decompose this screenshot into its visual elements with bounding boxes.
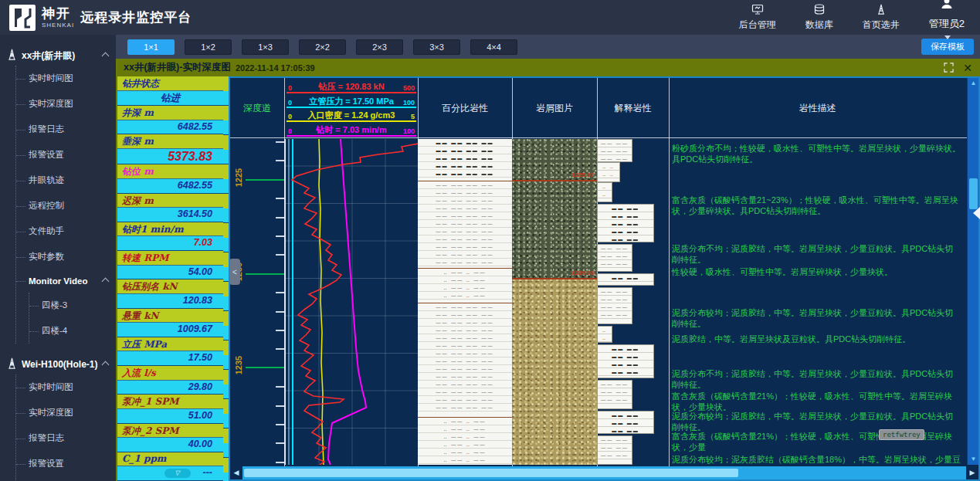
derrick-icon xyxy=(6,49,18,63)
legend-row-3: 0入口密度 = 1.24 g/cm35 xyxy=(287,108,416,122)
interp-pattern-row: ‥ xyxy=(598,334,612,342)
interp-pattern-row: ‥ ‥ xyxy=(598,163,619,171)
topnav-item-label: 后台管理 xyxy=(739,19,776,32)
sidebar-item-四楼-3[interactable]: 四楼-3 xyxy=(29,293,116,318)
depth-tick xyxy=(276,405,284,407)
lithology-band-4: ―― ―― ―― ―――― ―― ―― ―――― ―― ―― ―――― ―― ―… xyxy=(418,303,512,417)
database-icon xyxy=(813,4,826,17)
topnav-item-3[interactable]: 首页选井 xyxy=(863,4,900,32)
sidebar-item-实时时间图[interactable]: 实时时间图 xyxy=(16,374,116,400)
user-menu[interactable]: 管理员2 xyxy=(929,0,965,39)
layout-tab-3x3[interactable]: 3×3 xyxy=(413,39,460,55)
parameter-label: C_1 ppm xyxy=(117,452,223,467)
interp-lithology-segment: ▬▬ ▬▬▬▬ ▬▬▬▬ ▬▬▬▬ ▬▬ xyxy=(597,344,654,378)
well-items: 实时时间图实时深度图报警日志报警设置井眼轨迹远程控制文件助手实时参数Monito… xyxy=(15,66,116,344)
topnav-item-2[interactable]: 数据库 xyxy=(805,4,833,32)
parameter-list: 钻井状态钻进井深 m6482.55垂深 m5373.83钻位 m6482.55迟… xyxy=(117,76,223,481)
sidebar-item-四楼-4[interactable]: 四楼-4 xyxy=(29,318,116,344)
parameter-strip xyxy=(223,76,229,481)
depth-tick xyxy=(276,292,284,293)
parameter-label: 泵冲_2 SPM xyxy=(117,424,223,439)
vertical-scrollbar[interactable]: ▲ ▼ xyxy=(967,78,978,465)
save-template-button[interactable]: 保存模板 xyxy=(921,39,974,55)
lithology-pattern-row: ―― ―― ―― ―― xyxy=(418,388,512,396)
sidebar-item-井眼轨迹[interactable]: 井眼轨迹 xyxy=(16,476,116,481)
lithology-pattern-row: ‥ ―― ‥ ―― xyxy=(418,433,512,441)
interp-lithology-segment: ―― ―――― ―――― ―― xyxy=(597,380,632,409)
sidebar-item-实时参数[interactable]: 实时参数 xyxy=(16,244,116,269)
sidebar-item-实时时间图[interactable]: 实时时间图 xyxy=(16,66,116,91)
interp-pattern-row: ▬▬ ▬▬ xyxy=(598,205,653,212)
interp-pattern-row: ▬▬ ▬▬ xyxy=(598,368,653,376)
topnav-item-1[interactable]: 后台管理 xyxy=(739,4,776,32)
sidebar-item-文件助手[interactable]: 文件助手 xyxy=(16,218,116,244)
layout-tab-1x3[interactable]: 1×3 xyxy=(242,39,289,55)
layout-tab-1x2[interactable]: 1×2 xyxy=(185,39,232,55)
legend-max: 100 xyxy=(403,99,415,107)
lithology-pattern-row: ▬▬ ▬▬ ▬▬ ▬▬ xyxy=(418,139,512,147)
shenkai-logo-icon xyxy=(9,5,36,31)
horizontal-scroll-thumb[interactable] xyxy=(244,469,738,477)
parameter-label: 入流 l/s xyxy=(117,366,223,381)
lithology-pattern-row: ―― ―― ―― ―― xyxy=(418,396,512,404)
interp-lithology-segment: ▬▬ ▬▬ xyxy=(597,273,654,286)
lithology-pattern-row: ‥ ―― ‥ ―― xyxy=(418,449,512,456)
sidebar-item-实时深度图[interactable]: 实时深度图 xyxy=(16,91,116,117)
parameter-dropdown-button[interactable]: ▽ xyxy=(164,469,191,478)
sidebar-item-报警设置[interactable]: 报警设置 xyxy=(16,451,116,476)
interp-pattern-row: ‥ ‥ xyxy=(598,171,619,178)
well-header-1[interactable]: xx井(新井眼) xyxy=(0,46,116,66)
depth-tick xyxy=(276,424,284,425)
app-window: 神开 SHENKAI 远程录井监控平台 后台管理数据库首页选井管理员2 xx井(… xyxy=(0,0,980,481)
fullscreen-icon[interactable] xyxy=(944,63,954,73)
interp-pattern-row: ▬▬ ▬▬ xyxy=(598,274,653,282)
curve-track xyxy=(284,139,418,465)
lithology-pattern-row: ―― ―― ―― ―― xyxy=(418,220,512,228)
scroll-right-icon[interactable]: ▶ xyxy=(966,466,978,479)
sidebar-collapse-handle-icon[interactable] xyxy=(973,207,980,219)
layout-tab-2x2[interactable]: 2×2 xyxy=(299,39,346,55)
layout-tab-4x4[interactable]: 4×4 xyxy=(470,39,517,55)
sidebar-item-实时深度图[interactable]: 实时深度图 xyxy=(16,400,116,425)
sidebar-item-远程控制[interactable]: 远程控制 xyxy=(16,193,116,218)
lithology-pattern-row: ―― ―― ―― ―― xyxy=(418,327,512,334)
sidebar-item-报警日志[interactable]: 报警日志 xyxy=(16,117,116,142)
parameter-value: 40.00 xyxy=(117,438,223,452)
chart-collapse-handle-icon[interactable]: < xyxy=(229,259,240,285)
brand-name-cn: 神开 xyxy=(42,7,74,20)
vertical-scroll-thumb[interactable] xyxy=(969,178,978,209)
sidebar-item-井眼轨迹[interactable]: 井眼轨迹 xyxy=(16,168,116,193)
scroll-left-icon[interactable]: ◀ xyxy=(230,466,242,479)
lithology-band-5: ‥ ―― ‥ ――‥ ―― ‥ ――‥ ―― ‥ ――‥ ―― ‥ ――‥ ――… xyxy=(418,417,512,465)
parameter-label: 立压 MPa xyxy=(117,337,223,352)
layout-tab-2x3[interactable]: 2×3 xyxy=(356,39,403,55)
well-header-2[interactable]: Wei-H100(Hole-1) xyxy=(0,354,116,374)
parameter-value: 6482.55 xyxy=(117,120,223,134)
derrick-icon xyxy=(875,4,887,17)
sidebar-group-Monitor Video[interactable]: Monitor Video xyxy=(16,269,116,293)
top-bar: 神开 SHENKAI 远程录井监控平台 后台管理数据库首页选井管理员2 xyxy=(0,0,980,35)
interp-pattern-row: ―― ―― xyxy=(598,147,632,155)
derrick-icon xyxy=(6,357,18,371)
lithology-pattern-row: ―― ―― ―― ―― xyxy=(418,319,512,327)
sidebar-item-报警日志[interactable]: 报警日志 xyxy=(16,425,116,451)
panel-timestamp: 2022-11-14 17:05:39 xyxy=(236,63,315,73)
close-icon[interactable]: ✕ xyxy=(963,63,972,73)
parameter-block-3: 垂深 m5373.83 xyxy=(117,134,223,164)
depth-tick xyxy=(276,198,284,199)
scroll-down-icon[interactable]: ▼ xyxy=(968,454,979,465)
sidebar-item-报警设置[interactable]: 报警设置 xyxy=(16,142,116,168)
topnav-item-label: 首页选井 xyxy=(863,19,900,32)
scroll-up-icon[interactable]: ▲ xyxy=(968,78,979,89)
cuttings-photo-green xyxy=(512,139,597,278)
interp-pattern-row: ―― ―― xyxy=(598,436,632,444)
panel-title-bar: xx井(新井眼)-实时深度图 2022-11-14 17:05:39 ✕ xyxy=(117,59,980,76)
interp-pattern-row: ―― ―― xyxy=(598,252,632,260)
depth-tick xyxy=(276,311,284,313)
depth-tick xyxy=(276,330,284,331)
interp-pattern-row: ▬▬ ▬▬ xyxy=(598,361,653,368)
layout-tab-1x1[interactable]: 1×1 xyxy=(127,39,175,55)
collapse-caret-icon xyxy=(102,277,110,285)
horizontal-scrollbar[interactable]: ◀ ▶ xyxy=(230,466,978,479)
parameter-label: 迟深 m xyxy=(117,194,223,208)
